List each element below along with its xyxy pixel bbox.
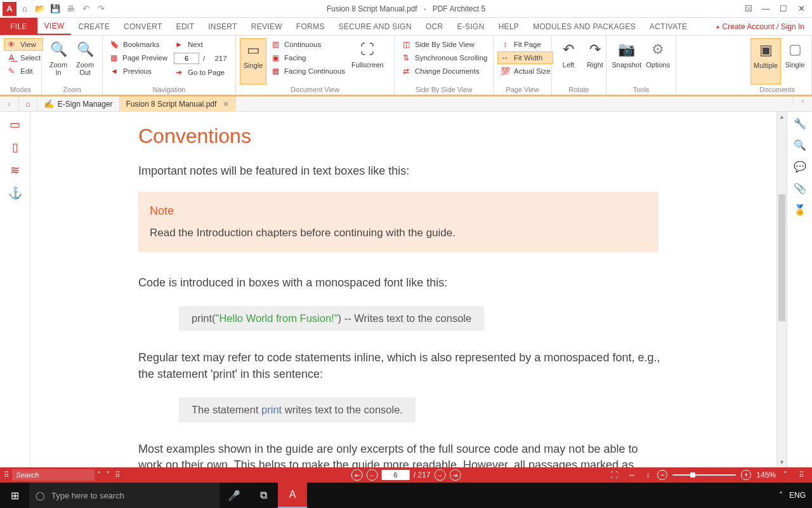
options-button[interactable]: ⚙Options: [645, 38, 672, 84]
start-button[interactable]: ⊞: [0, 483, 29, 508]
zoom-in-button[interactable]: 🔍Zoom In: [46, 38, 71, 84]
minimize-icon[interactable]: —: [757, 2, 774, 16]
save-icon[interactable]: 💾: [48, 2, 62, 16]
search-options-icon[interactable]: ⠿: [112, 471, 123, 479]
next-button[interactable]: ►Next: [171, 38, 230, 51]
tools-panel-icon[interactable]: 🔧: [792, 116, 808, 131]
fit-page-button[interactable]: ↕Fit Page: [497, 38, 553, 51]
tab-secure[interactable]: SECURE AND SIGN: [332, 18, 419, 35]
search-prev-icon[interactable]: ˄: [95, 471, 103, 479]
status-page-input[interactable]: [382, 470, 410, 480]
sync-scroll-button[interactable]: ⇅Synchronous Scrolling: [398, 51, 490, 64]
mode-select-button[interactable]: A͟Select: [4, 51, 43, 64]
print-icon[interactable]: 🖶: [63, 2, 77, 16]
first-page-icon[interactable]: ⇤: [351, 469, 363, 481]
mode-view-button[interactable]: 👁View: [4, 38, 43, 51]
taskbar-search[interactable]: ◯Type here to search: [29, 483, 219, 508]
doctab-current[interactable]: Fusion 8 Script Manual.pdf✕: [120, 97, 237, 111]
page-preview-button[interactable]: ▦Page Preview: [107, 51, 170, 64]
layers-panel-icon[interactable]: ≋: [6, 163, 24, 178]
comments-panel-icon[interactable]: 💬: [792, 159, 808, 174]
zoom-out-status-icon[interactable]: −: [657, 470, 667, 480]
fit-page-status-icon[interactable]: ↕: [643, 471, 652, 479]
tab-forms[interactable]: FORMS: [289, 18, 332, 35]
tab-ocr[interactable]: OCR: [419, 18, 450, 35]
multiple-docs-button[interactable]: ▣Multiple: [750, 38, 781, 84]
rotate-right-button[interactable]: ↷Right: [582, 38, 608, 84]
fullscreen-button[interactable]: ⛶Fullscreen: [349, 38, 386, 84]
expand-left-icon[interactable]: ›: [0, 97, 19, 111]
continuous-button[interactable]: ▥Continuous: [268, 38, 348, 51]
zoom-dropdown-icon[interactable]: ˅: [781, 471, 790, 479]
expand-right-icon[interactable]: ‹: [793, 97, 812, 105]
tab-esign[interactable]: E-SIGN: [450, 18, 491, 35]
taskbar-app-icon[interactable]: A: [278, 483, 307, 508]
thumbnails-panel-icon[interactable]: ▭: [6, 117, 24, 132]
facing-continuous-button[interactable]: ▦Facing Continuous: [268, 65, 348, 77]
scroll-up-icon[interactable]: ▲: [777, 112, 787, 122]
tab-edit[interactable]: EDIT: [169, 18, 202, 35]
tab-help[interactable]: HELP: [492, 18, 527, 35]
tab-modules[interactable]: MODULES AND PACKAGES: [526, 18, 643, 35]
search-next-icon[interactable]: ˅: [103, 471, 112, 479]
tab-insert[interactable]: INSERT: [201, 18, 244, 35]
tray-expand-icon[interactable]: ˄: [779, 491, 783, 500]
tab-convert[interactable]: CONVERT: [117, 18, 169, 35]
zoom-slider[interactable]: [672, 474, 736, 476]
bookmarks-button[interactable]: 🔖Bookmarks: [107, 38, 170, 51]
redo-icon[interactable]: ↷: [94, 2, 108, 16]
document-view[interactable]: Conventions Important notes will be feat…: [30, 112, 787, 467]
tab-review[interactable]: REVIEW: [244, 18, 289, 35]
doctab-esign[interactable]: ✍E-Sign Manager: [37, 97, 120, 111]
scroll-thumb[interactable]: [778, 194, 785, 321]
facing-button[interactable]: ▣Facing: [268, 51, 348, 64]
close-icon[interactable]: ✕: [793, 2, 809, 16]
scroll-down-icon[interactable]: ▼: [777, 457, 787, 467]
doctab-home[interactable]: ⌂: [19, 97, 37, 111]
ribbon-collapse-icon[interactable]: ⮽: [740, 2, 756, 16]
zoom-percent[interactable]: 145%: [756, 471, 776, 479]
actual-size-button[interactable]: 💯Actual Size: [497, 65, 553, 77]
app-icon[interactable]: A: [3, 2, 16, 16]
tab-view[interactable]: VIEW: [37, 18, 72, 35]
task-view-icon[interactable]: ⧉: [249, 483, 278, 508]
home-icon[interactable]: ⌂: [18, 2, 32, 16]
zoom-in-status-icon[interactable]: +: [741, 470, 751, 480]
maximize-icon[interactable]: ☐: [775, 2, 792, 16]
tab-activate[interactable]: ACTIVATE: [643, 18, 694, 35]
tray-lang[interactable]: ENG: [789, 491, 806, 500]
search-panel-icon[interactable]: 🔍: [792, 137, 808, 152]
goto-page-button[interactable]: ➜Go to Page: [171, 66, 230, 79]
anchors-panel-icon[interactable]: ⚓: [6, 185, 24, 201]
fit-width-status-icon[interactable]: ↔: [625, 471, 638, 479]
stamp-panel-icon[interactable]: 🏅: [792, 202, 808, 217]
zoom-in-icon: 🔍: [48, 39, 69, 60]
change-docs-button[interactable]: ⇄Change Documents: [398, 65, 490, 77]
single-doc-button[interactable]: ▢Single: [782, 38, 808, 84]
zoom-out-button[interactable]: 🔍Zoom Out: [72, 38, 98, 84]
side-by-side-button[interactable]: ◫Side By Side View: [398, 38, 490, 51]
snapshot-button[interactable]: 📷Snapshot: [610, 38, 643, 84]
fit-screen-icon[interactable]: ⛶: [608, 471, 620, 479]
previous-button[interactable]: ◄Previous: [107, 65, 170, 77]
tab-file[interactable]: FILE: [0, 18, 37, 35]
undo-icon[interactable]: ↶: [79, 2, 93, 16]
bookmarks-panel-icon[interactable]: ▯: [6, 140, 24, 155]
create-account-link[interactable]: Create Account / Sign In: [709, 18, 812, 35]
vertical-scrollbar[interactable]: ▲ ▼: [776, 112, 787, 467]
rotate-left-button[interactable]: ↶Left: [556, 38, 581, 84]
fitpage-icon: ↕: [500, 39, 510, 50]
prev-page-icon[interactable]: ←: [367, 469, 378, 481]
attachments-panel-icon[interactable]: 📎: [792, 180, 808, 196]
single-view-button[interactable]: ▭Single: [240, 38, 266, 84]
open-icon[interactable]: 📂: [33, 2, 47, 16]
mode-edit-button[interactable]: ✎Edit: [4, 65, 43, 77]
fit-width-button[interactable]: ↔Fit Width: [497, 51, 553, 64]
mic-icon[interactable]: 🎤: [219, 483, 249, 508]
page-input[interactable]: [174, 53, 199, 64]
tab-create[interactable]: CREATE: [71, 18, 117, 35]
last-page-icon[interactable]: ⇥: [449, 469, 461, 481]
next-page-icon[interactable]: →: [434, 469, 445, 481]
status-search-input[interactable]: Search: [12, 469, 95, 481]
close-tab-icon[interactable]: ✕: [223, 100, 229, 109]
